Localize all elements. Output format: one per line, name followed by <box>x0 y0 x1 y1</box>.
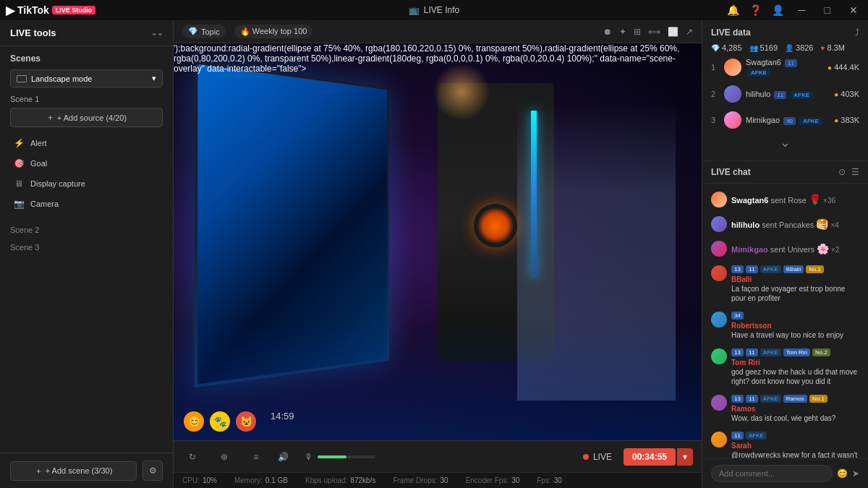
leader-name-3: Mimikgao 40 AFKE <box>746 116 830 125</box>
chat-header-icons: ⊙ ☰ <box>838 167 859 177</box>
flip-icon[interactable]: ⟺ <box>648 27 660 37</box>
gift-avatar-3 <box>711 241 727 257</box>
record-icon[interactable]: ⏺ <box>603 27 612 37</box>
sparkle-icon[interactable]: ✦ <box>619 27 626 37</box>
rank-1: 1 <box>711 63 720 72</box>
chat-content-4: 13 11 AFKE Ramos No.1 Ramos Wow, das ist… <box>731 395 859 423</box>
leader-name-1: Swagtan6 11 AFKE <box>746 58 823 77</box>
chat-header: LIVE chat ⊙ ☰ <box>702 161 868 184</box>
notification-settings-icon[interactable]: ⤴ <box>855 27 859 38</box>
filter-button[interactable]: ⊕ <box>214 447 234 467</box>
upload-status: Kbps upload: 872kb/s <box>305 476 375 484</box>
source-alert[interactable]: ⚡ Alert <box>10 133 163 153</box>
right-panel: LIVE data ⤴ 💎 4,285 👥 5169 👤 3826 ♥ <box>702 20 868 488</box>
live-timer-button[interactable]: 00:34:55 <box>624 448 676 466</box>
layout-icon[interactable]: ⬜ <box>668 27 678 37</box>
weekly-tag[interactable]: 🔥 Weekly top 100 <box>234 25 313 38</box>
followers-stat: 👥 5169 <box>749 43 778 52</box>
viewers-icon: 👤 <box>785 44 793 52</box>
refresh-button[interactable]: ↻ <box>182 447 203 467</box>
settings-button[interactable]: ⚙ <box>142 461 163 481</box>
chat-message-1: 13 11 AFKE BBalii No.1 BBalli La façon d… <box>711 263 859 305</box>
topic-icon: 💎 <box>188 27 198 36</box>
live-timer-dropdown[interactable]: ▾ <box>677 448 693 466</box>
show-more-leaderboard[interactable]: ⌄ <box>711 132 859 153</box>
chat-avatar-3 <box>711 348 727 364</box>
minimize-button[interactable]: ─ <box>794 3 810 17</box>
scenes-section: Scenes Landscape mode ▾ Scene 1 ＋ + Add … <box>0 46 173 221</box>
leader-coins-2: ● 403K <box>834 90 859 98</box>
chat-message-5: 11 AFKE Sarah @rowdywrecks knew for a fa… <box>711 429 859 458</box>
chat-section: LIVE chat ⊙ ☰ Swagtan6 sent Rose 🌹 ×36 <box>702 161 868 488</box>
source-camera[interactable]: 📷 Camera <box>10 194 163 214</box>
diamonds-stat: 💎 4,285 <box>711 43 742 52</box>
plus-icon: ＋ <box>35 466 43 476</box>
gift-avatar-1 <box>711 192 727 207</box>
chat-message-2: 34 Robertsson Have a travel way too nice… <box>711 309 859 342</box>
chat-settings-icon[interactable]: ⊙ <box>838 167 846 177</box>
gift-text-2: hilihulo sent Pancakes 🥞 ×4 <box>731 218 839 230</box>
send-button[interactable]: ➤ <box>852 468 859 479</box>
chat-input[interactable] <box>711 465 833 482</box>
leader-coins-3: ● 383K <box>834 116 859 124</box>
left-panel-header: LIVE tools ⌄⌄ <box>0 20 173 46</box>
camera-icon: 📷 <box>13 198 25 210</box>
overlay-icon-3[interactable]: 😺 <box>236 411 256 432</box>
chat-messages: Swagtan6 sent Rose 🌹 ×36 hilihulo sent P… <box>702 184 868 458</box>
leaderboard: 1 Swagtan6 11 AFKE ● 444.4K 2 <box>711 55 859 132</box>
chat-title: LIVE chat <box>711 167 751 177</box>
fps-status: Fps: 30 <box>537 476 562 484</box>
scene3-item[interactable]: Scene 3 <box>0 239 173 256</box>
emoji-button[interactable]: 😊 <box>837 468 848 479</box>
chat-avatar-4 <box>711 395 727 411</box>
num-badge-3: 40 <box>783 117 796 125</box>
gift-avatar-2 <box>711 216 727 232</box>
live-timer-container: 00:34:55 ▾ <box>624 448 693 466</box>
display-icon: 🖥 <box>13 178 25 189</box>
left-footer: ＋ + Add scene (3/30) ⚙ <box>0 453 173 488</box>
source-goal[interactable]: 🎯 Goal <box>10 153 163 174</box>
add-source-button[interactable]: ＋ + Add source (4/20) <box>10 108 163 127</box>
notification-icon[interactable]: 🔔 <box>727 4 739 16</box>
preview-overlay-icons: 😊 🐾 😺 14:59 <box>184 411 256 432</box>
settings-button[interactable]: ≡ <box>246 447 266 467</box>
mic-level-bar[interactable] <box>318 455 375 458</box>
diamond-icon: 💎 <box>711 44 720 52</box>
overlay-icon-1[interactable]: 😊 <box>184 411 204 432</box>
followers-icon: 👥 <box>749 44 758 52</box>
leader-name-2: hilihulo 11 AFKE <box>746 90 830 99</box>
help-icon[interactable]: ❓ <box>749 4 762 16</box>
live-indicator: LIVE <box>583 452 612 462</box>
source-display-capture[interactable]: 🖥 Display capture <box>10 174 163 194</box>
close-button[interactable]: ✕ <box>845 3 862 17</box>
topic-tag[interactable]: 💎 Topic <box>182 25 226 38</box>
live-dot <box>583 454 589 460</box>
crop-icon[interactable]: ⊞ <box>634 27 641 37</box>
volume-section: 🔊 <box>278 452 293 462</box>
maximize-button[interactable]: □ <box>820 3 835 17</box>
titlebar-left: ▶ TikTok LIVE Studio <box>6 4 95 17</box>
scene-mode-select[interactable]: Landscape mode ▾ <box>10 69 163 87</box>
scene1-label: Scene 1 <box>10 95 163 103</box>
share-icon[interactable]: ↗ <box>686 27 693 37</box>
chat-message-3: 13 11 AFKE Tom Riri No.2 Tom Riri god ge… <box>711 346 859 388</box>
scene2-item[interactable]: Scene 2 <box>0 221 173 239</box>
leader-avatar-3 <box>724 111 741 129</box>
chat-badges-2: 34 <box>731 312 859 320</box>
mic-icon: 🎙 <box>305 452 313 462</box>
add-scene-button[interactable]: ＋ + Add scene (3/30) <box>10 461 137 481</box>
titlebar-center: 📺 LIVE Info <box>409 5 459 15</box>
gift-message-1: Swagtan6 sent Rose 🌹 ×36 <box>711 189 859 210</box>
overlay-icon-2[interactable]: 🐾 <box>210 411 230 432</box>
coin-icon: ● <box>827 64 832 72</box>
rank-3: 3 <box>711 116 720 124</box>
coin-icon-2: ● <box>834 90 838 98</box>
profile-icon[interactable]: 👤 <box>772 4 784 16</box>
collapse-button[interactable]: ⌄⌄ <box>151 29 163 37</box>
plus-icon: ＋ <box>46 112 54 123</box>
live-data-section: LIVE data ⤴ 💎 4,285 👥 5169 👤 3826 ♥ <box>702 20 868 161</box>
goal-icon: 🎯 <box>13 158 25 169</box>
chat-badges-5: 11 AFKE <box>731 432 859 440</box>
likes-stat: ♥ 8.3M <box>821 43 845 52</box>
chat-filter-icon[interactable]: ☰ <box>851 167 859 177</box>
